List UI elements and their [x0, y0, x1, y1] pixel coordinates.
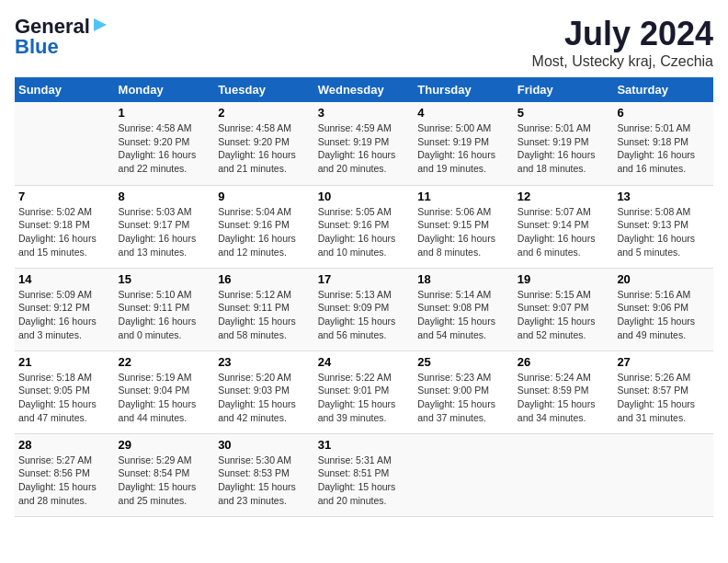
day-info-line: Sunset: 9:18 PM [18, 218, 111, 232]
day-info-line: Daylight: 15 hours [318, 397, 411, 411]
day-number: 31 [318, 438, 411, 452]
day-info: Sunrise: 5:13 AMSunset: 9:09 PMDaylight:… [318, 288, 411, 342]
day-info-line: Sunrise: 5:12 AM [218, 288, 311, 302]
day-info-line: Sunset: 9:08 PM [417, 301, 510, 315]
day-info-line: and 42 minutes. [218, 411, 311, 425]
day-info-line: Sunset: 9:18 PM [617, 135, 710, 149]
day-info: Sunrise: 5:01 AMSunset: 9:19 PMDaylight:… [518, 121, 610, 176]
title-section: July 2024 Most, Ustecky kraj, Czechia [532, 15, 713, 70]
day-number: 18 [417, 272, 510, 286]
day-info-line: Daylight: 15 hours [18, 480, 111, 494]
day-number: 14 [18, 272, 111, 286]
day-info-line: and 5 minutes. [617, 246, 710, 259]
day-info-line: and 8 minutes. [417, 246, 510, 259]
day-info-line: Sunrise: 5:15 AM [518, 288, 610, 302]
day-info-line: Daylight: 16 hours [417, 232, 510, 246]
day-number: 19 [518, 272, 610, 286]
day-info-line: and 25 minutes. [119, 494, 211, 508]
day-info: Sunrise: 5:26 AMSunset: 8:57 PMDaylight:… [617, 371, 710, 425]
header-day-wednesday: Wednesday [314, 77, 415, 102]
day-info: Sunrise: 5:18 AMSunset: 9:05 PMDaylight:… [18, 371, 111, 425]
day-info-line: Daylight: 15 hours [218, 397, 311, 411]
day-number: 10 [318, 190, 411, 203]
week-row-3: 14Sunrise: 5:09 AMSunset: 9:12 PMDayligh… [15, 268, 713, 350]
calendar-cell: 16Sunrise: 5:12 AMSunset: 9:11 PMDayligh… [214, 268, 314, 350]
day-info-line: Daylight: 15 hours [218, 315, 311, 328]
day-info-line: Sunrise: 5:14 AM [417, 288, 510, 302]
calendar-cell: 1Sunrise: 4:58 AMSunset: 9:20 PMDaylight… [115, 102, 215, 185]
day-info-line: Sunset: 9:19 PM [318, 135, 411, 149]
day-info-line: Sunrise: 4:59 AM [318, 121, 411, 135]
calendar-table: SundayMondayTuesdayWednesdayThursdayFrid… [15, 77, 713, 517]
day-number: 20 [617, 272, 710, 286]
calendar-cell: 2Sunrise: 4:58 AMSunset: 9:20 PMDaylight… [214, 102, 314, 185]
header-row: SundayMondayTuesdayWednesdayThursdayFrid… [15, 77, 713, 102]
day-info-line: and 56 minutes. [318, 328, 411, 342]
day-info-line: and 28 minutes. [18, 494, 111, 508]
day-info-line: and 22 minutes. [119, 162, 211, 176]
day-info-line: Sunrise: 5:27 AM [18, 454, 111, 467]
calendar-cell [514, 433, 614, 516]
day-info-line: Sunset: 9:09 PM [318, 301, 411, 315]
day-info-line: Daylight: 15 hours [617, 315, 710, 328]
calendar-cell: 24Sunrise: 5:22 AMSunset: 9:01 PMDayligh… [314, 350, 415, 433]
day-number: 9 [218, 190, 311, 203]
day-number: 23 [218, 355, 311, 369]
day-number: 2 [218, 106, 311, 120]
day-info-line: Daylight: 16 hours [119, 148, 211, 162]
day-number: 24 [318, 355, 411, 369]
day-info-line: Sunrise: 5:06 AM [417, 205, 510, 219]
calendar-cell: 3Sunrise: 4:59 AMSunset: 9:19 PMDaylight… [314, 102, 415, 185]
day-info-line: and 37 minutes. [417, 411, 510, 425]
day-info-line: Sunset: 9:11 PM [218, 301, 311, 315]
month-title: July 2024 [532, 15, 713, 53]
day-info-line: Sunset: 9:12 PM [18, 301, 111, 315]
day-info-line: and 52 minutes. [518, 328, 610, 342]
day-number: 15 [119, 272, 211, 286]
day-info: Sunrise: 5:27 AMSunset: 8:56 PMDaylight:… [18, 454, 111, 508]
day-info-line: Daylight: 15 hours [119, 397, 211, 411]
calendar-cell: 20Sunrise: 5:16 AMSunset: 9:06 PMDayligh… [613, 268, 713, 350]
logo: General Blue [15, 15, 108, 59]
day-info-line: and 58 minutes. [218, 328, 311, 342]
calendar-cell: 4Sunrise: 5:00 AMSunset: 9:19 PMDaylight… [414, 102, 514, 185]
day-info-line: Sunrise: 5:01 AM [518, 121, 610, 135]
day-number: 27 [617, 355, 710, 369]
day-info-line: and 3 minutes. [18, 328, 111, 342]
svg-marker-0 [94, 18, 107, 31]
day-info-line: Sunrise: 5:23 AM [417, 371, 510, 385]
day-info-line: Sunset: 9:16 PM [218, 218, 311, 232]
calendar-cell: 21Sunrise: 5:18 AMSunset: 9:05 PMDayligh… [15, 350, 115, 433]
calendar-body: 1Sunrise: 4:58 AMSunset: 9:20 PMDaylight… [15, 102, 713, 516]
day-info-line: Sunrise: 5:08 AM [617, 205, 710, 219]
day-info-line: Sunset: 9:11 PM [119, 301, 211, 315]
day-info: Sunrise: 5:01 AMSunset: 9:18 PMDaylight:… [617, 121, 710, 176]
day-number: 22 [119, 355, 211, 369]
day-info-line: Daylight: 15 hours [417, 315, 510, 328]
day-info-line: Sunset: 8:59 PM [518, 384, 610, 397]
day-number: 5 [518, 106, 610, 120]
day-info: Sunrise: 5:15 AMSunset: 9:07 PMDaylight:… [518, 288, 610, 342]
day-info: Sunrise: 5:30 AMSunset: 8:53 PMDaylight:… [218, 454, 311, 508]
day-info-line: Sunrise: 5:18 AM [18, 371, 111, 385]
day-info-line: Sunrise: 5:00 AM [417, 121, 510, 135]
calendar-cell: 23Sunrise: 5:20 AMSunset: 9:03 PMDayligh… [214, 350, 314, 433]
day-info-line: Sunset: 9:07 PM [518, 301, 610, 315]
day-info-line: Sunrise: 5:07 AM [518, 205, 610, 219]
day-info: Sunrise: 5:29 AMSunset: 8:54 PMDaylight:… [119, 454, 211, 508]
day-info-line: and 44 minutes. [119, 411, 211, 425]
day-info-line: Sunrise: 4:58 AM [119, 121, 211, 135]
day-info-line: Sunset: 9:13 PM [617, 218, 710, 232]
week-row-2: 7Sunrise: 5:02 AMSunset: 9:18 PMDaylight… [15, 185, 713, 268]
day-info: Sunrise: 5:06 AMSunset: 9:15 PMDaylight:… [417, 205, 510, 259]
day-info: Sunrise: 5:07 AMSunset: 9:14 PMDaylight:… [518, 205, 610, 259]
day-info-line: Sunset: 9:20 PM [218, 135, 311, 149]
day-info-line: Daylight: 16 hours [18, 315, 111, 328]
day-info: Sunrise: 5:31 AMSunset: 8:51 PMDaylight:… [318, 454, 411, 508]
day-info-line: Sunrise: 5:04 AM [218, 205, 311, 219]
day-info: Sunrise: 5:05 AMSunset: 9:16 PMDaylight:… [318, 205, 411, 259]
day-info: Sunrise: 5:00 AMSunset: 9:19 PMDaylight:… [417, 121, 510, 176]
day-info-line: Sunrise: 5:10 AM [119, 288, 211, 302]
day-info-line: Sunset: 9:19 PM [518, 135, 610, 149]
day-info-line: Sunset: 9:14 PM [518, 218, 610, 232]
